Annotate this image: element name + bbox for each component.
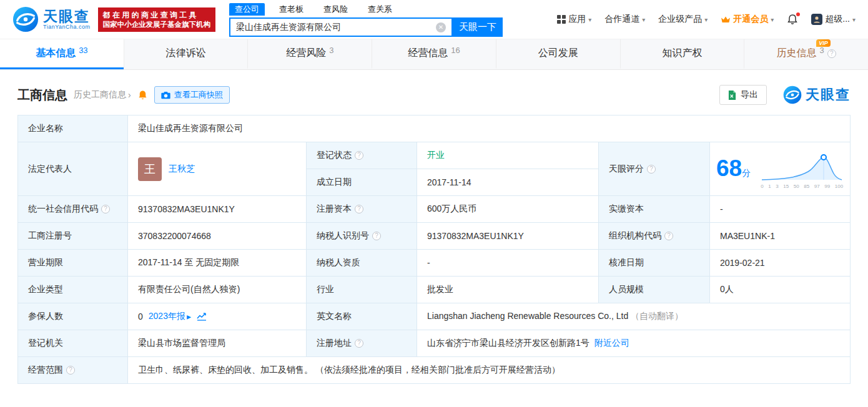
legal-rep-link[interactable]: 王秋芝 — [169, 164, 195, 175]
score-label: 天眼评分 ? — [599, 142, 710, 196]
search-box: ✕ — [229, 17, 453, 37]
company-name-label: 企业名称 — [18, 115, 128, 142]
org-code-label-text: 组织机构代码 — [609, 230, 661, 242]
tick: 97 — [814, 184, 820, 189]
tab-label: 经营风险 — [286, 47, 326, 60]
tab-history-info[interactable]: 历史信息 3 VIP ? — [744, 39, 868, 69]
question-icon[interactable]: ? — [355, 151, 363, 160]
establish-date-label: 成立日期 — [307, 169, 417, 196]
table-row: 营业期限 2017-11-14 至 无固定期限 纳税人资质 - 核准日期 201… — [18, 250, 851, 277]
score-unit: 分 — [742, 168, 751, 178]
question-icon[interactable]: ? — [101, 205, 110, 213]
question-icon[interactable]: ? — [355, 205, 363, 213]
tab-legal-litigation[interactable]: 法律诉讼 — [124, 39, 248, 69]
term-label: 营业期限 — [18, 250, 128, 277]
chevron-down-icon: ▾ — [704, 16, 708, 23]
question-icon[interactable]: ? — [827, 49, 836, 58]
nav-partners[interactable]: 合作通道 ▾ — [604, 14, 645, 25]
approval-date-value: 2019-02-21 — [710, 250, 851, 277]
nearby-companies-link[interactable]: 附近公司 — [594, 338, 629, 349]
crown-icon — [721, 16, 731, 24]
nav-user-account[interactable]: 超级... ▾ — [811, 14, 856, 25]
clear-icon[interactable]: ✕ — [436, 22, 446, 32]
question-icon[interactable]: ? — [664, 232, 673, 240]
trend-chart-icon[interactable] — [197, 312, 207, 321]
promo-line-2: 国家中小企业发展子基金旗下机构 — [103, 20, 211, 29]
score-value: 68 — [716, 155, 742, 181]
export-button[interactable]: 导出 — [719, 85, 767, 105]
reg-capital-label: 注册资本 ? — [307, 196, 417, 223]
auto-translate-note: （自动翻译） — [631, 311, 683, 321]
tab-label: 知识产权 — [662, 47, 702, 60]
user-avatar-icon — [811, 14, 822, 25]
annual-report-link[interactable]: 2023年报 ▸ — [149, 311, 191, 322]
search-tab-relation[interactable]: 查关系 — [362, 3, 398, 16]
tab-basic-info[interactable]: 基本信息 33 — [0, 39, 124, 69]
establish-date-value: 2017-11-14 — [417, 169, 599, 196]
industry-label: 行业 — [307, 277, 417, 303]
scope-value: 卫生巾、纸尿裤、床垫的回收、加工及销售。 （依法须经批准的项目，经相关部门批准后… — [128, 357, 851, 384]
reg-capital-label-text: 注册资本 — [317, 203, 352, 215]
tab-business-info[interactable]: 经营信息 16 — [372, 39, 496, 69]
address-label-text: 注册地址 — [317, 338, 352, 349]
notifications-bell[interactable] — [787, 14, 798, 25]
table-row: 工商注册号 370832200074668 纳税人识别号 ? 91370832M… — [18, 223, 851, 250]
search-tab-risk[interactable]: 查风险 — [318, 3, 353, 16]
tab-count: 33 — [79, 46, 87, 55]
question-icon[interactable]: ? — [66, 366, 75, 375]
reg-status-label: 登记状态 ? — [307, 142, 417, 169]
company-type-value: 有限责任公司(自然人独资) — [128, 277, 307, 303]
history-link-label: 历史工商信息 — [74, 89, 126, 101]
notification-dot — [796, 12, 800, 16]
bell-curve-icon — [761, 152, 843, 181]
paid-capital-label: 实缴资本 — [599, 196, 710, 223]
company-type-label: 企业类型 — [18, 277, 128, 303]
credit-code-value: 91370832MA3EU1NK1Y — [128, 196, 307, 223]
search-input[interactable] — [236, 22, 436, 32]
tab-label: 基本信息 — [36, 47, 76, 60]
tab-label: 法律诉讼 — [166, 47, 206, 60]
search-tab-boss[interactable]: 查老板 — [274, 3, 309, 16]
table-row: 登记机关 梁山县市场监督管理局 注册地址 ? 山东省济宁市梁山县经济开发区创新路… — [18, 330, 851, 357]
app-grid-icon — [557, 15, 566, 24]
nav-apps[interactable]: 应用 ▾ — [557, 14, 591, 25]
vip-badge: VIP — [816, 39, 831, 47]
tab-business-risk[interactable]: 经营风险 3 — [247, 39, 372, 69]
tianyancha-logo-icon — [12, 6, 39, 32]
tianyancha-logo[interactable]: 天眼查 TianYanCha.com — [12, 6, 91, 32]
tab-intellectual-property[interactable]: 知识产权 — [620, 39, 744, 69]
tab-label: 历史信息 — [777, 47, 817, 60]
search-tab-company[interactable]: 查公司 — [229, 3, 265, 16]
tab-company-development[interactable]: 公司发展 — [496, 39, 620, 69]
credit-code-label-text: 统一社会信用代码 — [28, 203, 98, 215]
question-icon[interactable]: ? — [372, 232, 381, 240]
nav-enterprise[interactable]: 企业级产品 ▾ — [658, 14, 708, 25]
top-header: 天眼查 TianYanCha.com 都 在 用 的 商 业 查 询 工 具 国… — [0, 0, 868, 39]
legal-rep-label: 法定代表人 — [18, 142, 128, 196]
question-icon[interactable]: ? — [355, 339, 363, 348]
reg-no-value: 370832200074668 — [128, 223, 307, 250]
nav-vip-label: 开通会员 — [733, 14, 768, 25]
play-icon: ▸ — [187, 311, 191, 321]
alert-bell-icon[interactable] — [137, 90, 148, 101]
section-tabs: 基本信息 33 法律诉讼 经营风险 3 经营信息 16 公司发展 知识产权 历史… — [0, 39, 868, 70]
history-business-info-link[interactable]: 历史工商信息 › — [74, 89, 131, 101]
authority-label: 登记机关 — [18, 330, 128, 357]
search-button[interactable]: 天眼一下 — [453, 17, 503, 37]
search-area: 查公司 查老板 查风险 查关系 ✕ 天眼一下 — [229, 2, 503, 37]
score-curve-chart: 0 1 3 15 50 85 97 99 100 — [761, 152, 843, 189]
question-icon[interactable]: ? — [647, 165, 656, 174]
business-info-table: 企业名称 梁山佳成再生资源有限公司 法定代表人 王 王秋芝 登记状态 ? 开业 … — [17, 115, 851, 384]
taxpayer-qual-label: 纳税人资质 — [307, 250, 417, 277]
taxpayer-no-label: 纳税人识别号 ? — [307, 223, 417, 250]
credit-code-label: 统一社会信用代码 ? — [18, 196, 128, 223]
nav-vip-membership[interactable]: 开通会员 ▾ — [721, 14, 774, 25]
company-name-value: 梁山佳成再生资源有限公司 — [128, 115, 851, 142]
camera-icon — [161, 91, 170, 99]
english-name-cell: Liangshan Jiacheng Renewable Resources C… — [417, 303, 851, 330]
legal-rep-avatar[interactable]: 王 — [138, 157, 162, 181]
tab-history-inner: 历史信息 3 VIP — [777, 47, 824, 60]
org-code-value: MA3EU1NK-1 — [710, 223, 851, 250]
view-snapshot-button[interactable]: 查看工商快照 — [154, 86, 230, 104]
taxpayer-no-value: 91370832MA3EU1NK1Y — [417, 223, 599, 250]
